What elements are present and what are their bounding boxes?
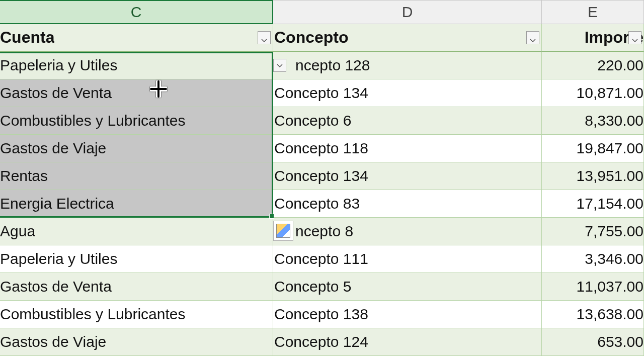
column-header-e[interactable]: E <box>542 0 644 24</box>
cell-text: Gastos de Viaje <box>0 140 106 157</box>
header-concepto[interactable]: Concepto <box>273 24 542 52</box>
column-letter: C <box>131 4 142 21</box>
cell-text: 653.00 <box>597 333 643 350</box>
cell-importe[interactable]: 13,638.00 <box>542 301 644 328</box>
cell-cuenta[interactable]: Gastos de Viaje <box>0 135 273 162</box>
cell-text: Agua <box>0 223 35 240</box>
cell-text: Concepto 5 <box>274 278 351 295</box>
table-row: RentasConcepto 13413,951.00 <box>0 162 644 190</box>
cell-text: Papeleria y Utiles <box>0 250 117 267</box>
cell-text: 220.00 <box>597 57 643 74</box>
cell-importe[interactable]: 17,154.00 <box>542 190 644 218</box>
table-row: Papeleria y UtilesConcepto 1113,346.00 <box>0 245 644 273</box>
column-letter: D <box>402 4 413 21</box>
cell-concepto[interactable]: ncepto 128 <box>273 52 542 79</box>
table-row: Combustibles y LubricantesConcepto 68,33… <box>0 107 644 135</box>
cell-importe[interactable]: 11,037.00 <box>542 273 644 301</box>
cell-dropdown-button[interactable] <box>273 59 286 72</box>
table-row: Gastos de VentaConcepto 511,037.00 <box>0 273 644 301</box>
cell-importe[interactable]: 13,951.00 <box>542 162 644 190</box>
table-row: Energia ElectricaConcepto 8317,154.00 <box>0 190 644 218</box>
cell-importe[interactable]: 653.00 <box>542 328 644 356</box>
header-label: Concepto <box>274 28 349 47</box>
cell-text: ncepto 128 <box>274 57 370 74</box>
cell-text: 19,847.00 <box>577 140 643 157</box>
cell-importe[interactable]: 3,346.00 <box>542 245 644 273</box>
cell-importe[interactable]: 7,755.00 <box>542 218 644 245</box>
cell-text: Concepto 134 <box>274 84 368 102</box>
chevron-down-icon <box>632 28 638 47</box>
cell-text: Concepto 83 <box>274 195 360 212</box>
cell-cuenta[interactable]: Papeleria y Utiles <box>0 245 273 273</box>
lightning-table-icon <box>276 224 290 238</box>
cell-cuenta[interactable]: Combustibles y Lubricantes <box>0 301 273 328</box>
cell-concepto[interactable]: Concepto 118 <box>273 135 542 162</box>
cell-text: 17,154.00 <box>577 195 643 212</box>
cell-text: 7,755.00 <box>585 223 643 240</box>
quick-analysis-icon[interactable] <box>273 221 293 241</box>
filter-button-importe[interactable] <box>628 31 641 44</box>
cell-text: 11,037.00 <box>577 278 643 295</box>
cell-text: Gastos de Venta <box>0 278 112 295</box>
cell-cuenta[interactable]: Combustibles y Lubricantes <box>0 107 273 135</box>
column-letter: E <box>588 4 598 21</box>
cell-importe[interactable]: 10,871.00 <box>542 79 644 107</box>
table-body: Papeleria y Utilesncepto 128220.00Gastos… <box>0 52 644 356</box>
cell-text: Concepto 6 <box>274 112 351 129</box>
cell-text: 13,951.00 <box>577 167 643 185</box>
spreadsheet[interactable]: C D E Cuenta Concepto Im <box>0 0 644 356</box>
cell-concepto[interactable]: Concepto 138 <box>273 301 542 328</box>
column-header-c[interactable]: C <box>0 0 273 24</box>
cell-cuenta[interactable]: Papeleria y Utiles <box>0 52 273 79</box>
header-label: Cuenta <box>0 28 54 47</box>
cell-text: Combustibles y Lubricantes <box>0 306 186 323</box>
cell-concepto[interactable]: Concepto 124 <box>273 328 542 356</box>
cell-text: Gastos de Viaje <box>0 333 106 350</box>
column-header-row: C D E <box>0 0 644 24</box>
cell-importe[interactable]: 19,847.00 <box>542 135 644 162</box>
cell-text: Concepto 118 <box>274 140 368 157</box>
chevron-down-icon <box>261 28 267 47</box>
cell-text: Rentas <box>0 167 48 185</box>
cell-text: 10,871.00 <box>577 84 643 102</box>
header-importe[interactable]: Importe <box>542 24 644 52</box>
cell-importe[interactable]: 220.00 <box>542 52 644 79</box>
cell-concepto[interactable]: Concepto 111 <box>273 245 542 273</box>
cell-text: Energia Electrica <box>0 195 114 212</box>
cell-importe[interactable]: 8,330.00 <box>542 107 644 135</box>
cell-cuenta[interactable]: Gastos de Venta <box>0 79 273 107</box>
table-row: Aguancepto 87,755.00 <box>0 218 644 245</box>
cell-concepto[interactable]: ncepto 8 <box>273 218 542 245</box>
table-row: Combustibles y LubricantesConcepto 13813… <box>0 301 644 328</box>
cell-text: Concepto 124 <box>274 333 368 350</box>
table-row: Papeleria y Utilesncepto 128220.00 <box>0 52 644 79</box>
table-row: Gastos de ViajeConcepto 11819,847.00 <box>0 135 644 162</box>
filter-button-cuenta[interactable] <box>258 31 271 44</box>
cell-text: Concepto 111 <box>274 250 368 267</box>
cell-cuenta[interactable]: Energia Electrica <box>0 190 273 218</box>
cell-text: Concepto 138 <box>274 306 368 323</box>
cell-text: 3,346.00 <box>585 250 643 267</box>
chevron-down-icon <box>530 28 536 47</box>
filter-button-concepto[interactable] <box>526 31 539 44</box>
table-header-row: Cuenta Concepto Importe <box>0 24 644 52</box>
cell-text: 13,638.00 <box>577 306 643 323</box>
chevron-down-icon <box>277 61 283 70</box>
header-cuenta[interactable]: Cuenta <box>0 24 273 52</box>
cell-concepto[interactable]: Concepto 134 <box>273 162 542 190</box>
cell-cuenta[interactable]: Gastos de Viaje <box>0 328 273 356</box>
cell-concepto[interactable]: Concepto 83 <box>273 190 542 218</box>
table-row: Gastos de ViajeConcepto 124653.00 <box>0 328 644 356</box>
table-row: Gastos de VentaConcepto 13410,871.00 <box>0 79 644 107</box>
cell-text: Concepto 134 <box>274 167 368 185</box>
column-header-d[interactable]: D <box>273 0 542 24</box>
cell-concepto[interactable]: Concepto 134 <box>273 79 542 107</box>
cell-cuenta[interactable]: Rentas <box>0 162 273 190</box>
cell-text: Gastos de Venta <box>0 84 112 102</box>
cell-text: Combustibles y Lubricantes <box>0 112 186 129</box>
cell-concepto[interactable]: Concepto 6 <box>273 107 542 135</box>
cell-cuenta[interactable]: Gastos de Venta <box>0 273 273 301</box>
cell-concepto[interactable]: Concepto 5 <box>273 273 542 301</box>
cell-cuenta[interactable]: Agua <box>0 218 273 245</box>
cell-text: 8,330.00 <box>585 112 643 129</box>
